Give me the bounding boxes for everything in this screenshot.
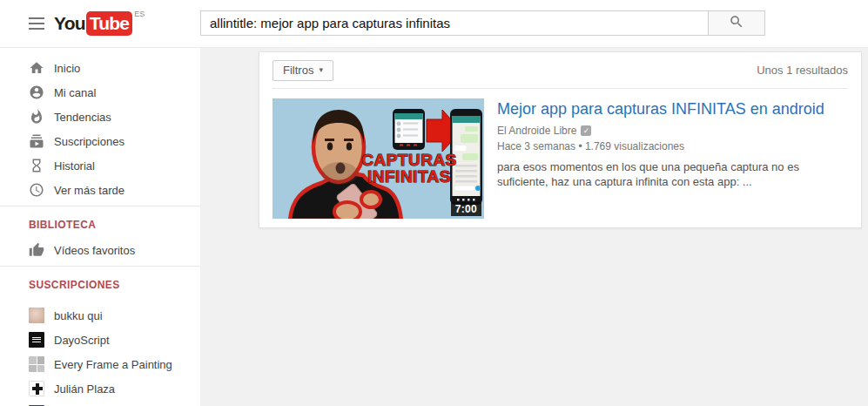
sidebar-item-inicio[interactable]: Inicio (0, 56, 200, 80)
verified-badge-icon: ✓ (581, 125, 591, 136)
youtube-logo[interactable]: You Tube ES (54, 11, 145, 36)
channel-avatar (29, 356, 44, 372)
sidebar-item-label: Ver más tarde (54, 184, 124, 197)
home-icon (29, 60, 44, 76)
channel-name: Julián Plaza (54, 382, 115, 396)
video-meta: Hace 3 semanas • 1.769 visualizaciones (497, 140, 848, 152)
filters-button-label: Filtros (283, 64, 313, 77)
sidebar-item-label: Historial (54, 159, 95, 173)
thumbnail-art: CAPTURAS INFINITAS (273, 98, 484, 219)
filters-button[interactable]: Filtros ▾ (273, 60, 333, 81)
channel-name-link[interactable]: El Androide Libre (497, 125, 576, 137)
top-bar: You Tube ES (0, 0, 868, 48)
flame-icon (29, 109, 44, 125)
sidebar-item-label: Inicio (54, 62, 80, 75)
video-info: Mejor app para capturas INFINITAS en and… (497, 98, 848, 219)
search-results-card: Filtros ▾ Unos 1 resultados (259, 51, 862, 228)
sidebar-item-label: Vídeos favoritos (54, 244, 135, 257)
thumbnail-text-line2: INFINITAS (367, 167, 451, 186)
video-description: para esos momentos en los que una pequeñ… (497, 159, 848, 189)
video-thumbnail[interactable]: CAPTURAS INFINITAS 7:00 (273, 98, 484, 219)
search-bar (200, 10, 765, 36)
channel-name: bukku qui (54, 309, 103, 322)
logo-region-badge: ES (134, 10, 145, 18)
sidebar-channel-bukku-qui[interactable]: bukku qui (0, 303, 200, 328)
sidebar-item-mi-canal[interactable]: Mi canal (0, 80, 200, 105)
menu-hamburger-icon[interactable] (29, 17, 44, 30)
sidebar-item-historial[interactable]: Historial (0, 153, 200, 178)
result-count: Unos 1 resultados (757, 64, 848, 77)
sidebar-item-videos-favoritos[interactable]: Vídeos favoritos (0, 238, 200, 262)
sidebar: Inicio Mi canal Tendencias Suscripciones… (0, 49, 200, 406)
subscriptions-section-header: SUSCRIPCIONES (0, 270, 200, 298)
sidebar-item-tendencias[interactable]: Tendencias (0, 105, 200, 129)
sidebar-item-label: Mi canal (54, 86, 96, 99)
logo-text-you: You (54, 11, 85, 36)
chevron-down-icon: ▾ (319, 66, 323, 74)
clock-icon (29, 182, 44, 198)
sidebar-channel-julian-plaza[interactable]: Julián Plaza (0, 376, 200, 401)
filter-row: Filtros ▾ Unos 1 resultados (273, 52, 848, 89)
sidebar-channel-dayoscript[interactable]: DayoScript (0, 328, 200, 352)
channel-name: DayoScript (54, 334, 110, 347)
sidebar-divider (0, 206, 200, 206)
subscriptions-icon (29, 133, 44, 149)
search-button[interactable] (708, 10, 765, 36)
logo-text-tube: Tube (86, 11, 132, 36)
sidebar-item-label: Tendencias (54, 111, 111, 124)
main-content: Filtros ▾ Unos 1 resultados (200, 48, 868, 406)
sidebar-item-suscripciones[interactable]: Suscripciones (0, 129, 200, 153)
video-title-link[interactable]: Mejor app para capturas INFINITAS en and… (497, 98, 848, 119)
library-section-header: BIBLIOTECA (0, 210, 200, 238)
sidebar-divider (0, 266, 200, 267)
channel-name: Every Frame a Painting (54, 358, 172, 371)
duration-badge: 7:00 (451, 202, 481, 216)
thumbnail-text-line1: CAPTURAS (361, 151, 457, 169)
sidebar-item-ver-mas-tarde[interactable]: Ver más tarde (0, 178, 200, 202)
sidebar-channel-every-frame[interactable]: Every Frame a Painting (0, 352, 200, 376)
video-result-row: CAPTURAS INFINITAS 7:00 Mejor app para c… (273, 89, 848, 227)
channel-avatar (29, 381, 44, 396)
thumb-up-icon (29, 242, 44, 258)
sidebar-item-label: Suscripciones (54, 135, 124, 148)
channel-avatar (29, 332, 44, 348)
account-circle-icon (29, 85, 44, 100)
search-input[interactable] (200, 10, 708, 36)
search-icon (729, 14, 744, 33)
sidebar-channel-lessons[interactable]: LETS Lessons from the Scr (0, 401, 200, 406)
channel-avatar (29, 308, 44, 323)
hourglass-icon (29, 158, 44, 173)
